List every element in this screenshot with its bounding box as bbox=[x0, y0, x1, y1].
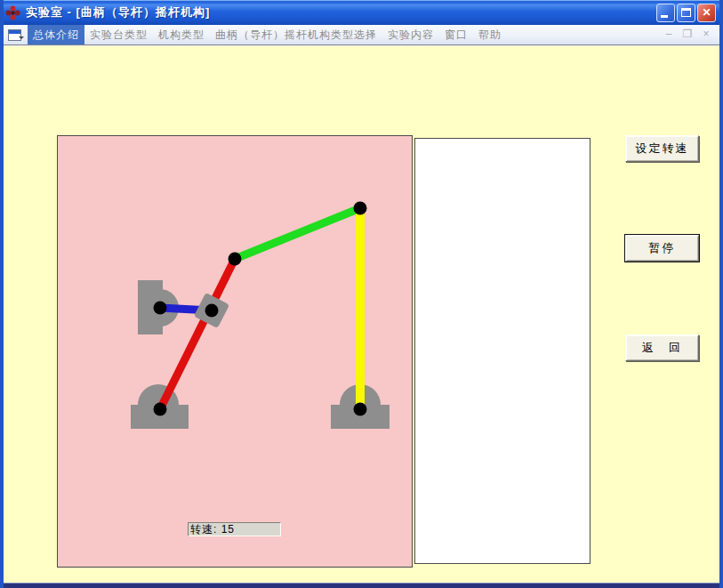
client-area: 设定转速 暂停 返 回 转速: 15 bbox=[4, 46, 719, 583]
menu-item-crank-rocker-type-select[interactable]: 曲柄（导杆）摇杆机构类型选择 bbox=[210, 25, 382, 45]
app-icon bbox=[5, 5, 20, 20]
maximize-icon bbox=[681, 8, 691, 17]
menu-item-overview[interactable]: 总体介绍 bbox=[28, 25, 84, 45]
mdi-child-icon[interactable] bbox=[8, 29, 21, 41]
mdi-window-controls: – ❐ × bbox=[663, 27, 712, 42]
pause-button[interactable]: 暂停 bbox=[625, 235, 699, 262]
joint-guide-rod-top bbox=[229, 253, 242, 266]
window-title: 实验室 - [曲柄（导杆）摇杆机构] bbox=[26, 4, 656, 20]
window-controls: ✕ bbox=[656, 4, 716, 22]
mechanism-panel bbox=[57, 135, 413, 568]
maximize-button[interactable] bbox=[677, 4, 695, 22]
menu-item-mechanism-type[interactable]: 机构类型 bbox=[153, 25, 210, 45]
minimize-button[interactable] bbox=[656, 4, 675, 22]
mdi-restore-button[interactable]: ❐ bbox=[681, 27, 694, 42]
mechanism-canvas bbox=[58, 136, 412, 567]
speed-display[interactable]: 转速: 15 bbox=[188, 522, 281, 536]
mdi-minimize-button[interactable]: – bbox=[663, 27, 675, 42]
menu-item-help[interactable]: 帮助 bbox=[473, 25, 507, 45]
menu-item-window[interactable]: 窗口 bbox=[439, 25, 473, 45]
coupler-link bbox=[235, 208, 360, 259]
close-icon: ✕ bbox=[702, 7, 711, 18]
joint-slider-pin bbox=[205, 304, 219, 318]
app-window: 实验室 - [曲柄（导杆）摇杆机构] ✕ 总体介绍 实验台类型 机构类型 曲柄（… bbox=[0, 0, 723, 588]
menu-bar: 总体介绍 实验台类型 机构类型 曲柄（导杆）摇杆机构类型选择 实验内容 窗口 帮… bbox=[4, 25, 719, 44]
return-button[interactable]: 返 回 bbox=[625, 334, 699, 361]
set-speed-button[interactable]: 设定转速 bbox=[625, 135, 699, 162]
menu-item-experiment-content[interactable]: 实验内容 bbox=[382, 25, 439, 45]
title-bar[interactable]: 实验室 - [曲柄（导杆）摇杆机构] ✕ bbox=[0, 0, 723, 25]
guide-rod-link bbox=[160, 259, 235, 409]
close-button[interactable]: ✕ bbox=[697, 4, 716, 22]
menu-item-bench-type[interactable]: 实验台类型 bbox=[84, 25, 153, 45]
minimize-icon bbox=[661, 15, 668, 18]
joint-rocker-base bbox=[354, 403, 367, 416]
plot-panel bbox=[414, 138, 590, 564]
window-bottom-border bbox=[0, 583, 723, 588]
mdi-close-button[interactable]: × bbox=[700, 27, 712, 42]
joint-rocker-top bbox=[354, 202, 367, 215]
joint-guide-rod-base bbox=[154, 403, 167, 416]
joint-mount-pivot bbox=[154, 302, 167, 315]
